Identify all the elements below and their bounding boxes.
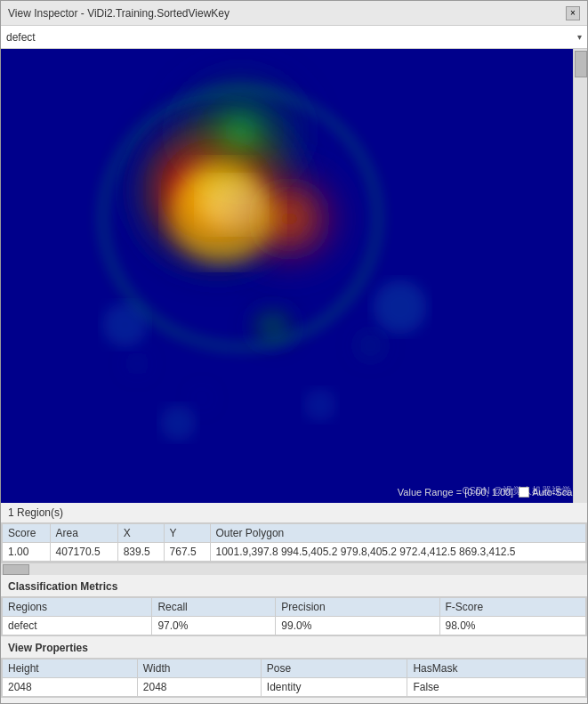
col-pose: Pose xyxy=(261,659,407,678)
classification-section: Classification Metrics Regions Recall Pr… xyxy=(1,577,587,636)
col-width: Width xyxy=(137,659,261,678)
table-cell: 98.0% xyxy=(439,617,585,635)
table-cell: 99.0% xyxy=(276,617,439,635)
table-cell: 407170.5 xyxy=(50,543,117,562)
dropdown-arrow-icon: ▾ xyxy=(577,32,582,42)
watermark: CSDN @视觉人机器视觉 xyxy=(463,484,571,498)
view-properties-table-scroll: Height Width Pose HasMask 20482048Identi… xyxy=(1,658,587,698)
scroll-thumb[interactable] xyxy=(575,51,587,77)
table-cell: 1.00 xyxy=(3,543,51,562)
table-cell: 2048 xyxy=(3,678,138,697)
col-hasmask: HasMask xyxy=(407,659,586,678)
table-cell: 97.0% xyxy=(152,617,276,635)
regions-table: Score Area X Y Outer Polygon 1.00407170.… xyxy=(2,523,586,562)
col-outer-polygon: Outer Polygon xyxy=(210,524,585,543)
main-window: View Inspector - ViDi2.Training.SortedVi… xyxy=(0,0,588,704)
regions-horizontal-scrollbar[interactable] xyxy=(1,562,587,575)
classification-table-scroll: Regions Recall Precision F-Score defect9… xyxy=(1,596,587,636)
classification-header-row: Regions Recall Precision F-Score xyxy=(3,598,586,617)
title-bar: View Inspector - ViDi2.Training.SortedVi… xyxy=(1,1,587,26)
col-recall: Recall xyxy=(152,598,276,617)
view-properties-section: View Properties Height Width Pose HasMas… xyxy=(1,638,587,698)
regions-table-scroll[interactable]: Score Area X Y Outer Polygon 1.00407170.… xyxy=(1,522,587,562)
table-cell: Identity xyxy=(261,678,407,697)
col-precision: Precision xyxy=(276,598,439,617)
window-title: View Inspector - ViDi2.Training.SortedVi… xyxy=(8,7,230,20)
table-cell: 2048 xyxy=(137,678,261,697)
col-fscore: F-Score xyxy=(439,598,585,617)
view-properties-section-title: View Properties xyxy=(1,638,587,658)
bottom-panels: 1 Region(s) Score Area X Y Outer Polygon xyxy=(1,503,587,703)
col-area: Area xyxy=(50,524,117,543)
svg-point-11 xyxy=(304,389,336,421)
scroll-h-thumb[interactable] xyxy=(3,564,29,575)
heatmap-visualization xyxy=(1,49,573,503)
table-cell: 839.5 xyxy=(117,543,164,562)
classification-table: Regions Recall Precision F-Score defect9… xyxy=(2,597,586,635)
table-cell: False xyxy=(407,678,586,697)
region-count: 1 Region(s) xyxy=(1,503,587,522)
col-score: Score xyxy=(3,524,51,543)
regions-table-section: Score Area X Y Outer Polygon 1.00407170.… xyxy=(1,522,587,575)
image-area: Value Range = [0.00, 1.00] Auto-Scale CS… xyxy=(1,49,587,503)
close-button[interactable]: × xyxy=(566,6,580,20)
classification-section-title: Classification Metrics xyxy=(1,577,587,596)
table-row: 20482048IdentityFalse xyxy=(3,678,586,697)
svg-point-8 xyxy=(374,280,427,334)
table-cell: 767.5 xyxy=(164,543,210,562)
dropdown-bar[interactable]: defect ▾ xyxy=(1,26,587,49)
regions-table-header-row: Score Area X Y Outer Polygon xyxy=(3,524,586,543)
col-y: Y xyxy=(164,524,210,543)
svg-point-10 xyxy=(160,405,196,441)
col-regions: Regions xyxy=(3,598,152,617)
table-row: 1.00407170.5839.5767.51001.9,397.8 994.5… xyxy=(3,543,586,562)
view-properties-header-row: Height Width Pose HasMask xyxy=(3,659,586,678)
view-properties-table: Height Width Pose HasMask 20482048Identi… xyxy=(2,659,586,697)
table-cell: defect xyxy=(3,617,152,635)
table-row: defect97.0%99.0%98.0% xyxy=(3,617,586,635)
svg-point-14 xyxy=(200,178,262,231)
dropdown-value: defect xyxy=(6,31,36,44)
col-height: Height xyxy=(3,659,138,678)
col-x: X xyxy=(117,524,164,543)
table-cell: 1001.9,397.8 994.5,405.2 979.8,405.2 972… xyxy=(210,543,585,562)
svg-point-9 xyxy=(103,303,148,347)
vertical-scrollbar[interactable] xyxy=(573,49,587,503)
